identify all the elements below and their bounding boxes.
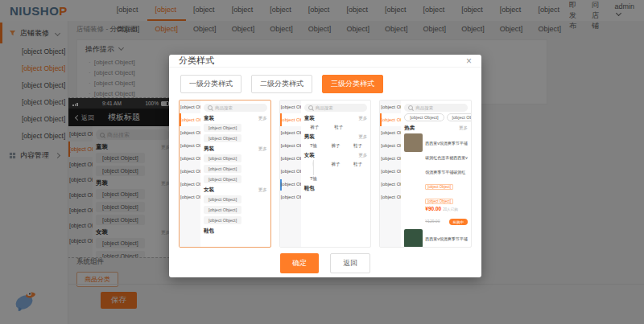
category-section: 童装 更多 裤子 [304,115,368,130]
subcategory-chip[interactable]: [object Object] [204,124,242,132]
sale-price: ¥90.00 [425,206,441,211]
search-bar[interactable]: 商品搜索 [204,104,267,112]
subcategory-chip[interactable]: [object Object] [204,134,242,142]
category-item[interactable]: [object Object] [180,191,200,203]
tab-level3-style[interactable]: 三级分类样式 [322,75,383,93]
product-image [404,229,423,248]
search-bar[interactable]: 商品搜索 [304,104,368,112]
tab-level2-style[interactable]: 二级分类样式 [251,75,312,93]
style-level-tabs: 一级分类样式 二级分类样式 三级分类样式 [169,68,481,97]
category-item[interactable]: [object Object] [280,126,301,139]
product-row[interactable]: 西西里v领清爽季节平铺破洞红色连衣裙西西里v领清爽季节平铺破洞红 [object… [404,133,468,226]
sold-count: 20人已购 [443,207,458,211]
search-placeholder: 商品搜索 [215,105,233,111]
subcategory-pill[interactable]: [object Object] [404,113,444,121]
promo-tags: [object Object][object Object] [425,177,455,205]
category-item[interactable]: [object Object] [280,113,301,126]
category-item[interactable]: [object Object] [180,165,200,178]
section-title: 童装 [204,115,214,122]
buy-now-badge[interactable]: 抢购中 [449,219,469,225]
section-title: 鞋包 [204,228,214,235]
subcategory-chip[interactable]: [object Object] [204,216,242,224]
search-icon [208,105,213,110]
category-item[interactable]: [object Object] [280,178,301,191]
subcategory-label: 裤子 [326,143,345,149]
category-item[interactable]: [object Object] [380,139,401,152]
more-label: 更多 [258,187,267,193]
product-info: 西西里v领清爽季节平铺破洞红色连衣裙西西里v领清爽季节平铺破洞红 [object… [425,133,468,226]
price-row: ¥90.00 20人已购 [425,206,468,211]
close-icon[interactable]: × [466,56,472,66]
category-item[interactable]: [object Object] [380,126,401,139]
category-sidebar: [object Object][object Object][object Ob… [380,100,401,247]
style-option-3[interactable]: [object Object][object Object][object Ob… [379,100,472,248]
subcategory-chip[interactable]: [object Object] [204,154,242,162]
category-item[interactable]: [object Object] [380,152,401,165]
subcategory-image-item[interactable]: 裤子 [304,124,325,130]
more-link[interactable]: 更多 [258,187,267,193]
category-item[interactable]: [object Object] [280,100,301,113]
more-link[interactable]: 更多 [358,116,367,121]
more-link[interactable]: 更多 [459,125,468,131]
category-section: 鞋包 [204,228,267,236]
category-item[interactable]: [object Object] [280,165,301,178]
category-item[interactable]: [object Object] [280,139,301,152]
category-item[interactable]: [object Object] [280,191,301,203]
subcategory-label: 鞋子 [349,162,368,167]
category-item[interactable]: [object Object] [180,113,200,126]
more-link[interactable]: 更多 [258,116,267,121]
search-placeholder: 商品搜索 [415,105,433,111]
category-item[interactable]: [object Object] [380,178,401,191]
more-label: 更多 [258,146,267,152]
category-sidebar: [object Object][object Object][object Ob… [280,100,301,247]
category-item[interactable]: [object Object] [180,100,200,113]
category-content: 商品搜索 童装 更多 [object Object][object Object… [200,100,270,247]
subcategory-pill[interactable]: [object Object] [447,113,473,121]
subcategory-chip[interactable]: [object Object] [204,165,242,173]
subcategory-image-item[interactable]: 鞋子 [349,142,368,149]
more-link[interactable]: 更多 [358,134,367,140]
search-bar[interactable]: 商品搜索 [404,104,468,112]
product-row[interactable]: 西西里v领清爽季节平铺破洞红色连衣裙西西里v领清爽季节平铺破洞红 [object… [404,229,468,248]
more-link[interactable]: 更多 [258,146,267,152]
section-title: 女装 [304,152,315,159]
style-option-2[interactable]: [object Object][object Object][object Ob… [279,100,372,248]
tab-level1-style[interactable]: 一级分类样式 [180,75,242,93]
subcategory-image-item[interactable]: 裤子 [326,161,345,182]
subcategory-image-item[interactable]: T恤 [304,142,324,149]
more-link[interactable]: 更多 [358,153,367,158]
subcategory-chip[interactable]: [object Object] [204,175,242,183]
category-item[interactable]: [object Object] [180,178,200,191]
product-title: 西西里v领清爽季节平铺破洞红色连衣裙西西里v领清爽季节平铺破洞红 [425,141,468,174]
category-section: 女装 更多 T恤 [304,152,368,182]
more-label: 更多 [358,116,367,121]
subcategory-image-item[interactable]: T恤 [304,161,324,182]
style-option-1[interactable]: [object Object][object Object][object Ob… [179,100,271,248]
category-item[interactable]: [object Object] [280,152,301,165]
return-button[interactable]: 返回 [330,253,370,273]
product-info: 西西里v领清爽季节平铺破洞红色连衣裙西西里v领清爽季节平铺破洞红 [object… [425,229,468,248]
subcategory-chip[interactable]: [object Object] [204,206,242,214]
subcategory-image-item[interactable]: 鞋子 [328,124,349,130]
search-icon [308,105,313,110]
category-item[interactable]: [object Object] [180,152,200,165]
category-item[interactable]: [object Object] [380,191,401,203]
category-content: 商品搜索 童装 更多 裤子 [301,100,371,247]
category-style-modal: 分类样式 × 一级分类样式 二级分类样式 三级分类样式 [object Obje… [169,55,481,277]
category-item[interactable]: [object Object] [180,126,200,139]
confirm-button[interactable]: 确定 [280,253,319,273]
search-icon [408,105,413,110]
subcategory-chip[interactable]: [object Object] [204,195,242,203]
subcategory-image-item[interactable]: 裤子 [326,142,345,149]
more-label: 更多 [358,134,367,140]
subcategory-image-item[interactable]: 鞋子 [349,161,368,182]
subcategory-label: T恤 [304,143,324,149]
section-title: 男装 [304,133,315,141]
category-item[interactable]: [object Object] [380,113,401,126]
product-thumbnail-icon [312,160,314,175]
category-section: 女装 更多 [object Object][object Object][obj… [204,187,267,224]
category-item[interactable]: [object Object] [180,139,200,152]
category-item[interactable]: [object Object] [380,100,401,113]
app-window: NIUSHOP [object Object][object Object][o… [0,0,644,324]
category-item[interactable]: [object Object] [380,165,401,178]
